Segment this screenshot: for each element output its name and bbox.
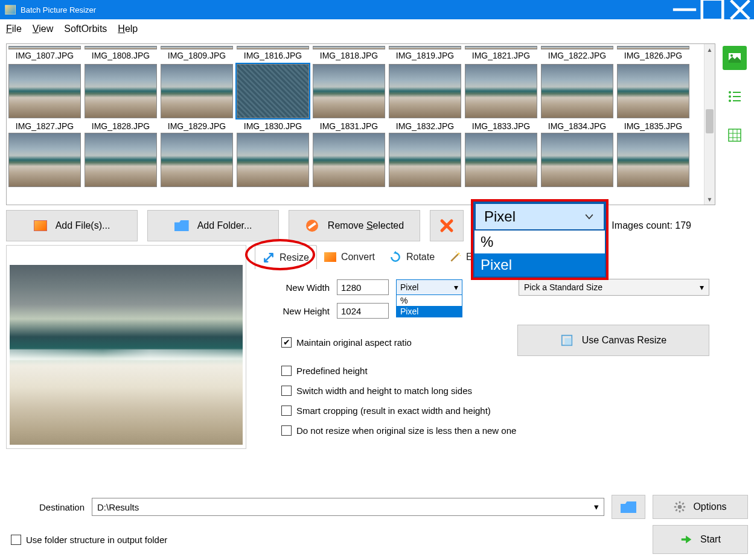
thumbnail-label-row: IMG_1834.JPG xyxy=(541,120,613,131)
minimize-button[interactable] xyxy=(671,0,698,19)
new-width-input[interactable] xyxy=(337,279,389,295)
use-folder-structure-checkbox[interactable] xyxy=(11,535,21,545)
thumbnail-image xyxy=(237,46,309,49)
thumbnail-image xyxy=(237,133,309,187)
new-width-label: New Width xyxy=(269,282,330,293)
standard-size-combo[interactable]: Pick a Standard Size ▾ xyxy=(519,279,709,296)
no-upscale-checkbox[interactable] xyxy=(281,425,292,436)
switch-wh-checkbox[interactable] xyxy=(281,386,292,396)
maximize-button[interactable] xyxy=(698,0,726,19)
thumbnail[interactable]: IMG_1826.JPG xyxy=(617,46,689,60)
canvas-resize-label: Use Canvas Resize xyxy=(582,335,667,346)
smart-crop-checkbox[interactable] xyxy=(281,406,292,416)
svg-point-17 xyxy=(729,100,731,102)
options-button[interactable]: Options xyxy=(653,495,748,519)
width-unit-combo[interactable]: Pixel ▾ % Pixel xyxy=(396,279,462,295)
zoom-option-pixel[interactable]: Pixel xyxy=(474,253,605,276)
menu-file[interactable]: File xyxy=(6,24,22,34)
thumbnail-label: IMG_1830.JPG xyxy=(237,121,309,131)
thumbnail-label: IMG_1828.JPG xyxy=(85,121,157,131)
thumbnail-image xyxy=(465,46,537,49)
zoom-option-percent[interactable]: % xyxy=(474,231,605,253)
thumbnail-image xyxy=(161,133,233,187)
thumbnail[interactable]: IMG_1819.JPG xyxy=(389,46,461,60)
svg-rect-16 xyxy=(733,96,741,97)
thumbnail-image xyxy=(541,46,613,49)
thumbnail[interactable]: IMG_1808.JPG xyxy=(85,46,157,60)
close-button[interactable] xyxy=(726,0,754,19)
thumbnail-image xyxy=(237,64,309,118)
thumbnail[interactable] xyxy=(8,64,81,118)
unit-option-pixel[interactable]: Pixel xyxy=(397,306,462,317)
predefined-height-label: Predefined height xyxy=(296,366,368,376)
svg-rect-10 xyxy=(564,338,571,345)
remove-selected-button[interactable]: Remove Selected xyxy=(289,210,420,241)
canvas-resize-button[interactable]: Use Canvas Resize xyxy=(517,325,709,356)
thumbnail[interactable] xyxy=(237,133,309,187)
add-files-button[interactable]: Add File(s)... xyxy=(6,210,138,241)
zoom-unit-combo[interactable]: Pixel xyxy=(474,203,605,231)
thumbnail[interactable] xyxy=(313,64,385,118)
thumbnail-label-row: IMG_1832.JPG xyxy=(389,120,461,131)
thumbnail[interactable] xyxy=(465,64,537,118)
destination-combo[interactable]: D:\Results ▾ xyxy=(92,498,604,516)
thumbnail-image xyxy=(85,133,157,187)
thumbnail-scrollbar[interactable]: ▲ ▼ xyxy=(704,44,715,205)
thumbnail[interactable]: IMG_1816.JPG xyxy=(237,46,309,60)
thumbnail[interactable]: IMG_1809.JPG xyxy=(161,46,233,60)
thumbnail[interactable] xyxy=(465,133,537,187)
thumbnail[interactable]: IMG_1821.JPG xyxy=(465,46,537,60)
thumbnail[interactable] xyxy=(617,133,689,187)
tab-rotate[interactable]: Rotate xyxy=(382,245,442,269)
thumbnail-image xyxy=(541,64,613,118)
menu-view[interactable]: View xyxy=(33,24,53,34)
tab-rotate-label: Rotate xyxy=(406,252,435,262)
thumbnail[interactable] xyxy=(389,64,461,118)
view-grid-button[interactable] xyxy=(723,123,747,147)
thumbnail-label-row: IMG_1830.JPG xyxy=(237,120,309,131)
thumbnail-label: IMG_1807.JPG xyxy=(8,51,81,60)
svg-point-12 xyxy=(730,54,733,57)
thumbnail[interactable] xyxy=(541,64,613,118)
tab-convert[interactable]: Convert xyxy=(317,245,382,269)
thumbnail[interactable] xyxy=(161,133,233,187)
thumbnail[interactable] xyxy=(85,133,157,187)
start-button[interactable]: Start xyxy=(653,525,748,554)
thumbnail-image xyxy=(85,46,157,49)
thumbnail[interactable]: IMG_1818.JPG xyxy=(313,46,385,60)
folder-open-icon xyxy=(621,501,636,513)
thumbnail[interactable] xyxy=(161,64,233,118)
thumbnail-label: IMG_1829.JPG xyxy=(161,121,233,131)
gear-icon xyxy=(674,501,686,513)
remove-all-button[interactable] xyxy=(430,210,464,241)
thumbnail[interactable] xyxy=(541,133,613,187)
footer: Destination D:\Results ▾ Options Use fol… xyxy=(6,495,748,554)
browse-button[interactable] xyxy=(612,495,645,519)
menu-help[interactable]: Help xyxy=(118,24,138,34)
new-height-input[interactable] xyxy=(337,303,389,319)
thumbnail[interactable] xyxy=(313,133,385,187)
thumbnail[interactable] xyxy=(237,64,309,118)
add-folder-button[interactable]: Add Folder... xyxy=(147,210,279,241)
thumbnail[interactable]: IMG_1807.JPG xyxy=(8,46,81,60)
no-upscale-label: Do not resize when original size is less… xyxy=(296,425,516,436)
thumbnail[interactable] xyxy=(389,133,461,187)
new-height-label: New Height xyxy=(269,306,330,316)
forbidden-icon xyxy=(305,218,319,233)
tab-resize[interactable]: Resize xyxy=(255,245,317,269)
resize-icon xyxy=(263,252,275,264)
grid-icon xyxy=(727,128,742,142)
smart-crop-label: Smart cropping (result in exact width an… xyxy=(296,406,491,416)
thumbnail[interactable]: IMG_1822.JPG xyxy=(541,46,613,60)
view-list-button[interactable] xyxy=(723,84,747,109)
view-thumbnails-button[interactable] xyxy=(723,46,747,70)
thumbnail-image xyxy=(8,64,81,118)
predefined-height-checkbox[interactable] xyxy=(281,366,292,376)
thumbnail[interactable] xyxy=(85,64,157,118)
thumbnail-label: IMG_1827.JPG xyxy=(8,121,81,131)
thumbnail[interactable] xyxy=(8,133,81,187)
maintain-ratio-checkbox[interactable] xyxy=(281,337,292,348)
thumbnail[interactable] xyxy=(617,64,689,118)
unit-option-percent[interactable]: % xyxy=(397,295,462,306)
menu-softorbits[interactable]: SoftOrbits xyxy=(64,24,107,34)
